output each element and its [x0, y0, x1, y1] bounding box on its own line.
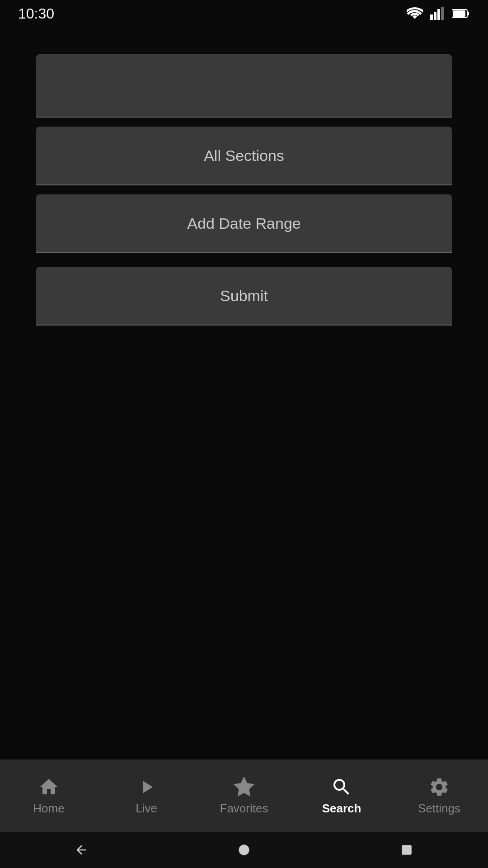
svg-rect-1 [434, 12, 436, 20]
status-bar: 10:30 [0, 0, 488, 27]
add-date-range-button[interactable]: Add Date Range [36, 194, 452, 253]
circle-icon [238, 844, 250, 856]
star-icon [233, 776, 255, 798]
wifi-icon [407, 7, 423, 20]
svg-rect-5 [467, 12, 469, 15]
nav-item-live[interactable]: Live [98, 760, 195, 832]
svg-rect-2 [437, 9, 440, 20]
nav-label-live: Live [136, 802, 157, 816]
nav-label-search: Search [322, 802, 361, 816]
nav-item-favorites[interactable]: Favorites [195, 760, 293, 832]
signal-icon [430, 7, 445, 20]
nav-label-favorites: Favorites [220, 802, 268, 816]
svg-rect-0 [430, 14, 433, 20]
nav-item-home[interactable]: Home [0, 760, 98, 832]
all-sections-label: All Sections [204, 147, 284, 165]
back-icon [74, 843, 89, 857]
svg-rect-8 [402, 845, 411, 854]
nav-item-search[interactable]: Search [293, 760, 390, 832]
settings-icon [428, 776, 450, 798]
status-icons [407, 7, 470, 20]
submit-label: Submit [220, 287, 268, 305]
search-input[interactable] [36, 54, 452, 118]
nav-label-home: Home [33, 802, 64, 816]
svg-rect-6 [453, 10, 465, 17]
nav-item-settings[interactable]: Settings [390, 760, 488, 832]
svg-rect-3 [441, 7, 444, 20]
search-nav-icon [331, 776, 352, 798]
home-button[interactable] [230, 836, 258, 863]
back-button[interactable] [68, 836, 95, 863]
main-content: All Sections Add Date Range Submit [0, 27, 488, 760]
status-time: 10:30 [18, 5, 54, 22]
live-icon [136, 776, 157, 798]
all-sections-button[interactable]: All Sections [36, 127, 452, 185]
svg-point-7 [239, 845, 249, 855]
nav-label-settings: Settings [418, 802, 460, 816]
home-icon [38, 776, 60, 798]
battery-icon [452, 9, 470, 19]
android-nav-bar [0, 832, 488, 868]
bottom-nav: Home Live Favorites Search Settings [0, 760, 488, 832]
submit-button[interactable]: Submit [36, 267, 452, 326]
add-date-range-label: Add Date Range [187, 215, 300, 232]
square-icon [401, 844, 413, 856]
recents-button[interactable] [393, 836, 420, 863]
